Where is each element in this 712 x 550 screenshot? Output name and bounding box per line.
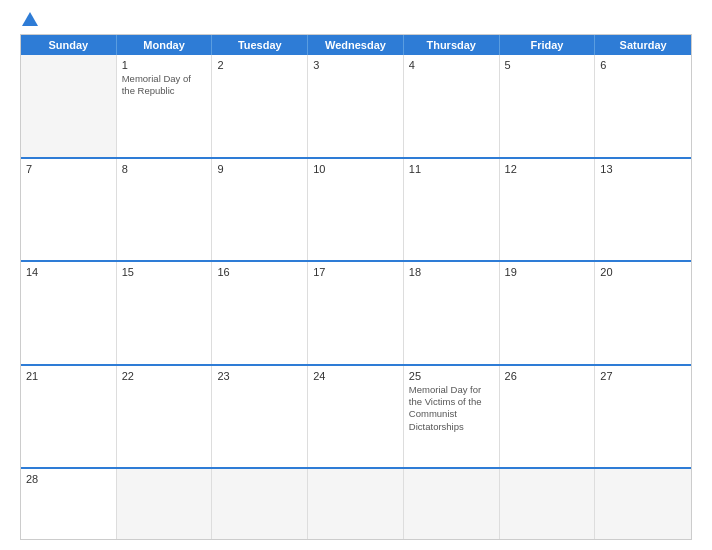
cal-cell-21: 21 <box>21 366 117 468</box>
cal-cell-empty <box>595 469 691 539</box>
weekday-header-wednesday: Wednesday <box>308 35 404 55</box>
cal-cell-4: 4 <box>404 55 500 157</box>
day-number: 11 <box>409 163 494 175</box>
day-number: 5 <box>505 59 590 71</box>
weekday-header-monday: Monday <box>117 35 213 55</box>
cal-cell-14: 14 <box>21 262 117 364</box>
day-number: 18 <box>409 266 494 278</box>
day-number: 12 <box>505 163 590 175</box>
cal-cell-empty <box>21 55 117 157</box>
logo <box>20 15 38 26</box>
day-number: 6 <box>600 59 686 71</box>
cal-cell-24: 24 <box>308 366 404 468</box>
cal-cell-11: 11 <box>404 159 500 261</box>
cal-cell-16: 16 <box>212 262 308 364</box>
event-label: Memorial Day of the Republic <box>122 73 207 98</box>
cal-cell-empty <box>212 469 308 539</box>
weekday-header-saturday: Saturday <box>595 35 691 55</box>
weekday-header-row: SundayMondayTuesdayWednesdayThursdayFrid… <box>21 35 691 55</box>
logo-triangle-icon <box>22 12 38 26</box>
cal-cell-9: 9 <box>212 159 308 261</box>
cal-cell-17: 17 <box>308 262 404 364</box>
week-row-2: 78910111213 <box>21 157 691 261</box>
day-number: 16 <box>217 266 302 278</box>
week-row-4: 2122232425Memorial Day for the Victims o… <box>21 364 691 468</box>
cal-cell-empty <box>117 469 213 539</box>
weekday-header-tuesday: Tuesday <box>212 35 308 55</box>
cal-cell-2: 2 <box>212 55 308 157</box>
day-number: 23 <box>217 370 302 382</box>
day-number: 10 <box>313 163 398 175</box>
calendar-grid: SundayMondayTuesdayWednesdayThursdayFrid… <box>20 34 692 540</box>
day-number: 9 <box>217 163 302 175</box>
day-number: 14 <box>26 266 111 278</box>
cal-cell-25: 25Memorial Day for the Victims of the Co… <box>404 366 500 468</box>
day-number: 24 <box>313 370 398 382</box>
day-number: 2 <box>217 59 302 71</box>
cal-cell-26: 26 <box>500 366 596 468</box>
cal-cell-empty <box>404 469 500 539</box>
day-number: 7 <box>26 163 111 175</box>
day-number: 1 <box>122 59 207 71</box>
cal-cell-13: 13 <box>595 159 691 261</box>
cal-cell-6: 6 <box>595 55 691 157</box>
day-number: 19 <box>505 266 590 278</box>
cal-cell-7: 7 <box>21 159 117 261</box>
day-number: 27 <box>600 370 686 382</box>
cal-cell-15: 15 <box>117 262 213 364</box>
cal-cell-19: 19 <box>500 262 596 364</box>
cal-cell-5: 5 <box>500 55 596 157</box>
weekday-header-friday: Friday <box>500 35 596 55</box>
cal-cell-3: 3 <box>308 55 404 157</box>
day-number: 28 <box>26 473 111 485</box>
day-number: 22 <box>122 370 207 382</box>
day-number: 17 <box>313 266 398 278</box>
calendar-page: SundayMondayTuesdayWednesdayThursdayFrid… <box>0 0 712 550</box>
week-row-1: 1Memorial Day of the Republic23456 <box>21 55 691 157</box>
day-number: 3 <box>313 59 398 71</box>
cal-cell-27: 27 <box>595 366 691 468</box>
day-number: 4 <box>409 59 494 71</box>
cal-cell-8: 8 <box>117 159 213 261</box>
week-row-3: 14151617181920 <box>21 260 691 364</box>
event-label: Memorial Day for the Victims of the Comm… <box>409 384 494 433</box>
day-number: 26 <box>505 370 590 382</box>
cal-cell-22: 22 <box>117 366 213 468</box>
cal-cell-10: 10 <box>308 159 404 261</box>
page-header <box>20 15 692 26</box>
cal-cell-empty <box>500 469 596 539</box>
cal-cell-23: 23 <box>212 366 308 468</box>
weekday-header-thursday: Thursday <box>404 35 500 55</box>
day-number: 15 <box>122 266 207 278</box>
cal-cell-20: 20 <box>595 262 691 364</box>
day-number: 25 <box>409 370 494 382</box>
cal-cell-1: 1Memorial Day of the Republic <box>117 55 213 157</box>
week-row-5: 28 <box>21 467 691 539</box>
weekday-header-sunday: Sunday <box>21 35 117 55</box>
day-number: 21 <box>26 370 111 382</box>
cal-cell-empty <box>308 469 404 539</box>
day-number: 20 <box>600 266 686 278</box>
cal-cell-28: 28 <box>21 469 117 539</box>
day-number: 8 <box>122 163 207 175</box>
day-number: 13 <box>600 163 686 175</box>
cal-cell-12: 12 <box>500 159 596 261</box>
calendar-body: 1Memorial Day of the Republic23456789101… <box>21 55 691 539</box>
cal-cell-18: 18 <box>404 262 500 364</box>
